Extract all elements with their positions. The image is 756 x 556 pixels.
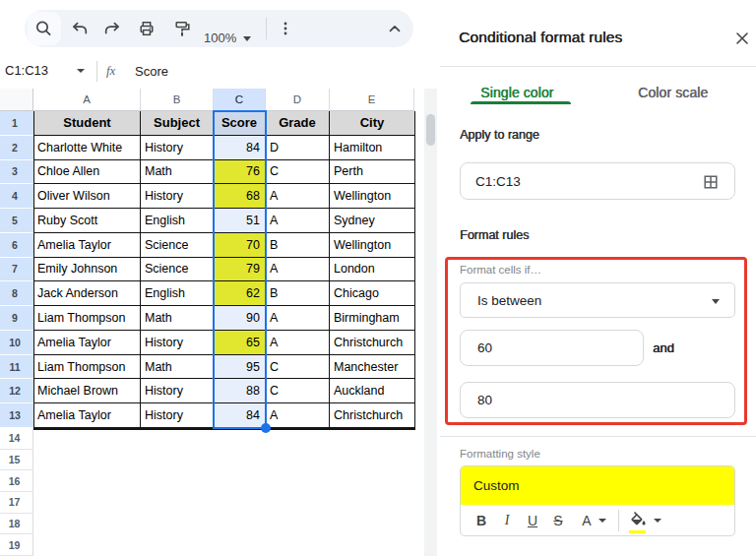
row-header-10[interactable]: 10	[0, 331, 33, 355]
italic-button[interactable]: I	[494, 513, 520, 528]
column-header-D[interactable]: D	[266, 89, 330, 111]
cell-D9[interactable]: A	[266, 306, 330, 331]
cell-B6[interactable]: Science	[141, 233, 214, 258]
column-header-E[interactable]: E	[330, 89, 414, 111]
vertical-scrollbar-thumb[interactable]	[426, 114, 435, 146]
cell-A7[interactable]: Emily Johnson	[33, 258, 141, 282]
cell-C6[interactable]: 70	[214, 233, 266, 258]
cell-C4[interactable]: 68	[214, 184, 266, 209]
cell-E5[interactable]: Sydney	[330, 209, 415, 233]
row-header-15[interactable]: 15	[0, 450, 33, 471]
row-header-11[interactable]: 11	[0, 355, 33, 380]
row-header-8[interactable]: 8	[0, 281, 33, 306]
text-color-dropdown-icon[interactable]	[598, 519, 606, 523]
cell-A5[interactable]: Ruby Scott	[33, 209, 141, 233]
cell-A8[interactable]: Jack Anderson	[33, 281, 141, 306]
cell-B4[interactable]: History	[141, 184, 214, 209]
cell-B13[interactable]: History	[141, 403, 214, 428]
cell-D11[interactable]: C	[266, 355, 330, 380]
cell-D1[interactable]: Grade	[266, 111, 330, 136]
row-header-5[interactable]: 5	[0, 209, 33, 233]
cell-A10[interactable]: Amelia Taylor	[33, 331, 141, 355]
cell-D4[interactable]: A	[266, 184, 330, 209]
cell-D2[interactable]: D	[266, 136, 330, 160]
cell-E1[interactable]: City	[330, 111, 415, 136]
select-range-icon[interactable]	[702, 173, 720, 191]
cell-E2[interactable]: Hamilton	[330, 136, 415, 160]
cell-A4[interactable]: Oliver Wilson	[33, 184, 141, 209]
cell-A2[interactable]: Charlotte White	[33, 136, 141, 160]
cell-D7[interactable]: A	[266, 258, 330, 282]
row-header-18[interactable]: 18	[0, 514, 33, 535]
cell-B2[interactable]: History	[141, 136, 214, 160]
fill-color-button[interactable]	[629, 512, 648, 530]
row-header-9[interactable]: 9	[0, 306, 33, 331]
cell-E12[interactable]: Auckland	[330, 379, 415, 403]
bold-button[interactable]: B	[469, 513, 494, 528]
grid-corner-box[interactable]	[0, 89, 33, 111]
cell-B7[interactable]: Science	[141, 258, 214, 282]
cell-C7[interactable]: 79	[214, 258, 266, 282]
cell-B3[interactable]: Math	[141, 160, 214, 185]
row-header-14[interactable]: 14	[0, 428, 33, 450]
text-color-button[interactable]: A	[577, 513, 597, 528]
row-header-3[interactable]: 3	[0, 160, 33, 185]
row-header-12[interactable]: 12	[0, 379, 33, 403]
close-icon[interactable]	[735, 31, 749, 45]
cell-B12[interactable]: History	[141, 379, 214, 403]
tab-color-scale[interactable]: Color scale	[638, 85, 708, 100]
row-header-2[interactable]: 2	[0, 136, 33, 160]
cell-C11[interactable]: 95	[214, 355, 266, 380]
strikethrough-button[interactable]: S	[545, 513, 571, 528]
cell-C8[interactable]: 62	[214, 281, 266, 306]
cell-E11[interactable]: Manchester	[330, 355, 415, 380]
cell-E10[interactable]: Christchurch	[330, 331, 415, 355]
cell-E4[interactable]: Wellington	[330, 184, 415, 209]
row-header-6[interactable]: 6	[0, 233, 33, 258]
cell-D12[interactable]: C	[266, 379, 330, 403]
row-header-13[interactable]: 13	[0, 403, 33, 428]
column-header-A[interactable]: A	[33, 89, 141, 111]
cell-E7[interactable]: London	[330, 258, 415, 282]
column-header-B[interactable]: B	[141, 89, 214, 111]
cell-A9[interactable]: Liam Thompson	[33, 306, 141, 331]
underline-button[interactable]: U	[520, 513, 545, 528]
column-header-C[interactable]: C	[214, 89, 266, 111]
cell-D6[interactable]: B	[266, 233, 330, 258]
cell-D3[interactable]: C	[266, 160, 330, 185]
row-header-1[interactable]: 1	[0, 111, 33, 136]
row-header-17[interactable]: 17	[0, 492, 33, 514]
cell-E8[interactable]: Chicago	[330, 281, 415, 306]
cell-C2[interactable]: 84	[214, 136, 266, 160]
cell-C10[interactable]: 65	[214, 331, 266, 355]
cell-B8[interactable]: English	[141, 281, 214, 306]
cell-D10[interactable]: A	[266, 331, 330, 355]
cell-E13[interactable]: Christchurch	[330, 403, 415, 428]
cell-E6[interactable]: Wellington	[330, 233, 415, 258]
cell-C13[interactable]: 84	[214, 403, 266, 428]
cell-B1[interactable]: Subject	[141, 111, 214, 136]
selection-fill-handle[interactable]	[261, 423, 271, 433]
row-header-4[interactable]: 4	[0, 184, 33, 209]
cell-D5[interactable]: A	[266, 209, 330, 233]
fill-color-dropdown-icon[interactable]	[654, 519, 662, 523]
cell-C3[interactable]: 76	[214, 160, 266, 185]
cell-B11[interactable]: Math	[141, 355, 214, 380]
cell-B10[interactable]: History	[141, 331, 214, 355]
cell-A13[interactable]: Amelia Taylor	[33, 403, 141, 428]
cell-B9[interactable]: Math	[141, 306, 214, 331]
cell-D13[interactable]: A	[266, 403, 330, 428]
cell-B5[interactable]: English	[141, 209, 214, 233]
cell-A1[interactable]: Student	[33, 111, 141, 136]
cell-A11[interactable]: Liam Thompson	[33, 355, 141, 380]
range-input[interactable]: C1:C13	[460, 162, 735, 200]
row-header-7[interactable]: 7	[0, 258, 33, 282]
cell-C1[interactable]: Score	[214, 111, 266, 136]
cell-A6[interactable]: Amelia Taylor	[33, 233, 141, 258]
cell-A12[interactable]: Michael Brown	[33, 379, 141, 403]
row-header-16[interactable]: 16	[0, 470, 33, 492]
tab-single-color[interactable]: Single color	[480, 85, 553, 100]
row-header-19[interactable]: 19	[0, 534, 33, 556]
vertical-scrollbar-track[interactable]	[424, 89, 437, 556]
cell-A3[interactable]: Chloe Allen	[33, 160, 141, 185]
